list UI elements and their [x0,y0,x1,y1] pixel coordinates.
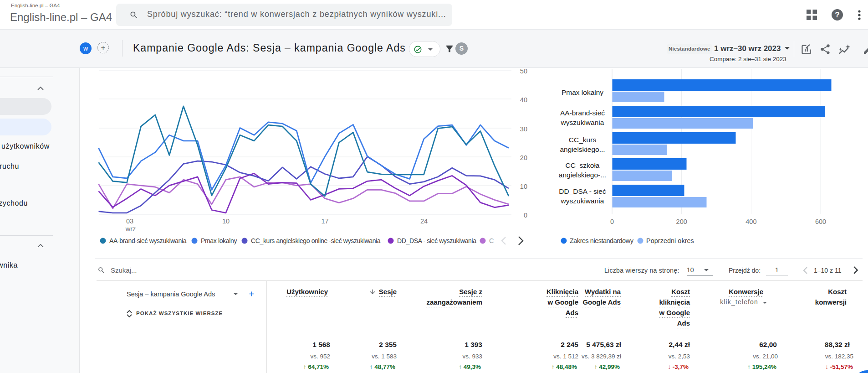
svg-text:wyszukiwania: wyszukiwania [561,119,604,126]
svg-text:20: 20 [520,154,527,161]
svg-text:17: 17 [321,218,328,225]
svg-text:CC_kurs angielskiego online -s: CC_kurs angielskiego online -sieć wyszuk… [251,237,381,244]
svg-text:DD_DSA - sieć: DD_DSA - sieć [559,187,606,195]
svg-text:C: C [489,237,494,244]
svg-text:0: 0 [610,218,614,225]
svg-text:03: 03 [126,218,133,225]
svg-text:angielskiego-...: angielskiego-... [559,171,606,179]
svg-text:10: 10 [520,183,527,190]
svg-text:0: 0 [524,212,527,219]
svg-text:400: 400 [745,218,756,225]
svg-text:angielskiego...: angielskiego... [560,145,605,153]
svg-text:AA-brand-sieć: AA-brand-sieć [560,109,605,117]
svg-text:Pmax lokalny: Pmax lokalny [562,88,603,96]
svg-text:CC_szkoła: CC_szkoła [566,161,600,169]
svg-text:DD_DSA - sieć wyszukiwania: DD_DSA - sieć wyszukiwania [397,237,476,244]
svg-text:10: 10 [222,218,230,225]
svg-text:Pmax lokalny: Pmax lokalny [201,237,237,244]
svg-text:50: 50 [520,67,527,75]
svg-text:CC_kurs: CC_kurs [569,136,597,144]
svg-text:24: 24 [420,218,428,225]
svg-text:wyszukiwania: wyszukiwania [561,197,604,205]
svg-text:Zakres niestandardowy: Zakres niestandardowy [570,237,634,244]
svg-text:AA-brand-sieć wyszukiwania: AA-brand-sieć wyszukiwania [109,237,187,244]
svg-text:wrz: wrz [125,225,136,233]
svg-text:200: 200 [676,218,687,225]
svg-text:600: 600 [815,218,826,225]
svg-text:30: 30 [520,125,527,133]
svg-text:Poprzedni okres: Poprzedni okres [646,237,694,244]
svg-text:40: 40 [520,96,527,104]
